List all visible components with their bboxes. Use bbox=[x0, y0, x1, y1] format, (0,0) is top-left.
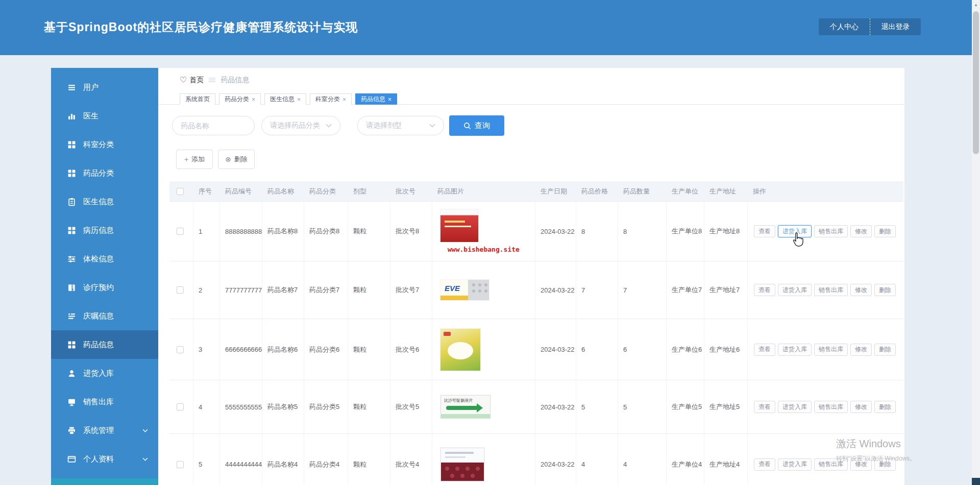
stock-in-button[interactable]: 进货入库 bbox=[778, 458, 812, 471]
sidebar-item-dept-category[interactable]: 科室分类 bbox=[51, 130, 158, 159]
sidebar-item-medical-records[interactable]: 病历信息 bbox=[51, 216, 158, 245]
stock-in-label: 进货入库 bbox=[782, 227, 807, 236]
view-button[interactable]: 查看 bbox=[754, 401, 775, 413]
row-checkbox[interactable] bbox=[177, 461, 184, 468]
dosage-form-select[interactable]: 请选择剂型 bbox=[357, 116, 444, 135]
scrollbar-thumb[interactable] bbox=[973, 11, 979, 154]
bar-chart-icon bbox=[67, 112, 76, 120]
delete-row-button[interactable]: 删除 bbox=[874, 284, 896, 296]
cell-addr: 生产地址6 bbox=[704, 319, 748, 380]
stock-out-button[interactable]: 销售出库 bbox=[814, 344, 848, 356]
sidebar-item-doctor-info[interactable]: 医生信息 bbox=[51, 187, 158, 216]
cell-name: 药品名称5 bbox=[262, 380, 304, 433]
cell-date: 2024-03-22 bbox=[535, 261, 576, 319]
medicine-image bbox=[440, 329, 480, 371]
delete-row-button[interactable]: 删除 bbox=[874, 401, 896, 413]
row-checkbox[interactable] bbox=[177, 228, 184, 235]
sliders-icon bbox=[67, 255, 76, 263]
delete-row-button[interactable]: 删除 bbox=[874, 344, 896, 356]
stock-in-button[interactable]: 进货入库 bbox=[778, 344, 812, 356]
sidebar-item-stock-out[interactable]: 销售出库 bbox=[51, 387, 158, 416]
scrollbar-up-arrow[interactable]: ▲ bbox=[972, 1, 980, 9]
select-all-checkbox[interactable] bbox=[177, 188, 184, 195]
sidebar-item-users[interactable]: 用户 bbox=[51, 73, 158, 102]
cell-qty: 7 bbox=[618, 261, 667, 319]
cell-index: 4 bbox=[193, 380, 220, 433]
stock-in-button[interactable]: 进货入库 bbox=[778, 401, 812, 413]
query-button[interactable]: 查询 bbox=[449, 115, 504, 136]
drug-name-input[interactable] bbox=[172, 116, 255, 135]
table-row: 2 7777777777 药品名称7 药品分类7 颗粒 批次号7 EVE 202… bbox=[169, 261, 903, 319]
scrollbar[interactable]: ▲ bbox=[972, 0, 980, 485]
tab-dept-category[interactable]: 科室分类 × bbox=[310, 93, 352, 105]
scrollbar-corner bbox=[972, 478, 980, 485]
edit-button[interactable]: 修改 bbox=[850, 401, 872, 413]
table-header-row: 序号 药品编号 药品名称 药品分类 剂型 批次号 药品图片 生产日期 药品价格 … bbox=[169, 181, 903, 202]
tab-close-icon[interactable]: × bbox=[342, 96, 346, 103]
stock-out-button[interactable]: 销售出库 bbox=[814, 284, 848, 296]
add-button-label: 添加 bbox=[191, 155, 205, 164]
drug-table: 序号 药品编号 药品名称 药品分类 剂型 批次号 药品图片 生产日期 药品价格 … bbox=[169, 181, 903, 485]
cell-addr: 生产地址8 bbox=[704, 202, 748, 261]
logout-button[interactable]: 退出登录 bbox=[870, 18, 921, 35]
sidebar-item-system-mgmt[interactable]: 系统管理 bbox=[51, 416, 158, 445]
chevron-down-icon bbox=[142, 429, 148, 432]
add-button[interactable]: + 添加 bbox=[176, 150, 213, 169]
tab-drug-category[interactable]: 药品分类 × bbox=[219, 93, 261, 105]
drug-category-select[interactable]: 请选择药品分类 bbox=[261, 116, 340, 135]
row-checkbox[interactable] bbox=[177, 286, 184, 294]
row-checkbox[interactable] bbox=[177, 403, 184, 410]
sidebar-item-doctors[interactable]: 医生 bbox=[51, 102, 158, 130]
sidebar-item-appointments[interactable]: 诊疗预约 bbox=[51, 273, 158, 302]
stock-out-button[interactable]: 销售出库 bbox=[814, 225, 848, 237]
cell-price: 7 bbox=[576, 261, 618, 319]
sidebar-item-drug-info[interactable]: 药品信息 bbox=[51, 330, 158, 359]
cell-unit: 生产单位7 bbox=[667, 261, 704, 319]
sidebar-item-label: 个人资料 bbox=[83, 454, 114, 464]
view-button[interactable]: 查看 bbox=[754, 284, 775, 296]
stock-in-button[interactable]: 进货入库 bbox=[778, 284, 812, 296]
tab-drug-info[interactable]: 药品信息 × bbox=[355, 93, 397, 105]
col-code: 药品编号 bbox=[220, 181, 262, 201]
view-button[interactable]: 查看 bbox=[754, 225, 775, 237]
tab-doctor-info[interactable]: 医生信息 × bbox=[264, 93, 306, 105]
stock-out-button[interactable]: 销售出库 bbox=[814, 401, 848, 413]
edit-button[interactable]: 修改 bbox=[850, 284, 872, 296]
col-date: 生产日期 bbox=[535, 181, 576, 201]
delete-button-label: 删除 bbox=[234, 155, 248, 164]
edit-button[interactable]: 修改 bbox=[850, 225, 872, 237]
tab-close-icon[interactable]: × bbox=[297, 96, 301, 103]
breadcrumb-current: 药品信息 bbox=[220, 76, 249, 85]
profile-button[interactable]: 个人中心 bbox=[819, 18, 870, 35]
grid-icon bbox=[67, 140, 76, 149]
sidebar-item-label: 用户 bbox=[83, 83, 99, 92]
cell-category: 药品分类5 bbox=[304, 380, 348, 433]
tab-close-icon[interactable]: × bbox=[252, 96, 255, 103]
row-checkbox[interactable] bbox=[177, 346, 184, 353]
cell-index: 3 bbox=[193, 319, 220, 380]
sidebar-item-physical-exam[interactable]: 体检信息 bbox=[51, 245, 158, 273]
cell-addr: 生产地址4 bbox=[704, 434, 748, 485]
sidebar-item-stock-in[interactable]: 进货入库 bbox=[51, 359, 158, 387]
delete-button[interactable]: ⊗ 删除 bbox=[218, 150, 255, 169]
delete-row-button[interactable]: 删除 bbox=[874, 225, 896, 237]
tab-close-icon[interactable]: × bbox=[388, 96, 391, 103]
sidebar-item-drug-category[interactable]: 药品分类 bbox=[51, 159, 158, 187]
sidebar-item-medical-orders[interactable]: 庆嘱信息 bbox=[51, 302, 158, 330]
medicine-image: 比沙可啶肠溶片 bbox=[440, 395, 491, 419]
windows-activation-watermark: 激活 Windows 转到“设置”以激活 Windows。 bbox=[836, 437, 916, 463]
view-button[interactable]: 查看 bbox=[754, 344, 775, 356]
view-button[interactable]: 查看 bbox=[754, 458, 775, 471]
tab-system-home[interactable]: 系统首页 bbox=[180, 93, 215, 105]
sidebar-item-personal-profile[interactable]: 个人资料 bbox=[51, 445, 158, 473]
tab-label: 医生信息 bbox=[270, 95, 295, 104]
col-name: 药品名称 bbox=[262, 181, 304, 201]
table-row: 1 8888888888 药品名称8 药品分类8 颗粒 批次号8 www.bis… bbox=[169, 202, 903, 261]
medicine-image bbox=[440, 209, 478, 242]
stock-in-button[interactable]: 进货入库 bbox=[778, 225, 812, 237]
breadcrumb-separator-icon bbox=[209, 77, 215, 83]
circle-x-icon: ⊗ bbox=[225, 155, 231, 163]
medicine-image-text: 比沙可啶肠溶片 bbox=[444, 398, 473, 403]
edit-button[interactable]: 修改 bbox=[850, 344, 872, 356]
breadcrumb-home[interactable]: 首页 bbox=[189, 76, 204, 85]
